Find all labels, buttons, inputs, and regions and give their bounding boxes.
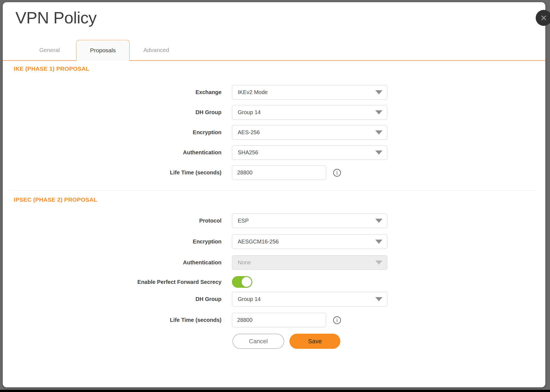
- ipsec-dh-group-selected-value: Group 14: [238, 296, 261, 302]
- ipsec-life-time-label: Life Time (seconds): [3, 317, 221, 323]
- tab-advanced-label: Advanced: [143, 47, 169, 53]
- encryption-selected-value: AES-256: [238, 129, 260, 136]
- dh-group-select[interactable]: Group 14: [232, 105, 387, 120]
- tab-general-label: General: [39, 47, 60, 53]
- ipsec-encryption-select[interactable]: AESGCM16-256: [232, 234, 387, 249]
- ipsec-encryption-row: Encryption AESGCM16-256: [3, 234, 545, 249]
- save-button[interactable]: Save: [289, 334, 340, 349]
- pfs-toggle-on[interactable]: [232, 276, 252, 288]
- section-divider: [10, 190, 537, 191]
- protocol-row: Protocol ESP: [3, 213, 545, 228]
- authentication-row: Authentication SHA256: [3, 145, 545, 160]
- info-icon[interactable]: i: [333, 316, 341, 324]
- chevron-down-icon: [375, 110, 382, 114]
- life-time-label: Life Time (seconds): [3, 169, 221, 176]
- dialog-footer: Cancel Save: [232, 334, 545, 349]
- cancel-button[interactable]: Cancel: [232, 334, 284, 349]
- ipsec-phase2-form: Protocol ESP Encryption AESGCM16-256 Aut…: [3, 213, 545, 327]
- dh-group-selected-value: Group 14: [238, 109, 261, 116]
- protocol-select[interactable]: ESP: [232, 213, 387, 228]
- close-icon: ✕: [540, 13, 547, 23]
- chevron-down-icon: [375, 240, 382, 244]
- exchange-selected-value: IKEv2 Mode: [238, 89, 268, 95]
- encryption-label: Encryption: [3, 129, 221, 136]
- encryption-row: Encryption AES-256: [3, 125, 545, 140]
- tab-proposals[interactable]: Proposals: [76, 40, 130, 61]
- exchange-row: Exchange IKEv2 Mode: [3, 85, 545, 100]
- info-icon[interactable]: i: [333, 169, 341, 177]
- vpn-policy-dialog: VPN Policy General Proposals Advanced IK…: [3, 2, 545, 387]
- ipsec-life-time-input[interactable]: [232, 313, 326, 327]
- chevron-down-icon: [375, 219, 382, 223]
- tab-general[interactable]: General: [23, 40, 76, 60]
- life-time-row: Life Time (seconds) i: [3, 165, 545, 180]
- encryption-select[interactable]: AES-256: [232, 125, 387, 140]
- protocol-selected-value: ESP: [238, 218, 249, 224]
- authentication-label: Authentication: [3, 149, 221, 156]
- dh-group-label: DH Group: [3, 109, 221, 116]
- authentication-select[interactable]: SHA256: [232, 145, 387, 160]
- close-button[interactable]: ✕: [536, 10, 550, 26]
- chevron-down-icon: [375, 261, 382, 265]
- ipsec-dh-group-select[interactable]: Group 14: [232, 292, 387, 306]
- protocol-label: Protocol: [3, 218, 221, 224]
- ipsec-phase2-heading: IPSEC (PHASE 2) PROPOSAL: [14, 196, 545, 203]
- exchange-select[interactable]: IKEv2 Mode: [232, 85, 387, 100]
- chevron-down-icon: [375, 150, 382, 155]
- screen-bottom-edge: [0, 390, 550, 392]
- ipsec-authentication-select-disabled: None: [232, 255, 387, 270]
- ipsec-authentication-label: Authentication: [3, 259, 221, 266]
- ipsec-authentication-row: Authentication None: [3, 255, 545, 270]
- ike-phase1-form: Exchange IKEv2 Mode DH Group Group 14 En…: [3, 85, 545, 180]
- tab-advanced[interactable]: Advanced: [130, 40, 183, 60]
- exchange-label: Exchange: [3, 89, 221, 95]
- chevron-down-icon: [375, 130, 382, 135]
- ipsec-life-time-row: Life Time (seconds) i: [3, 313, 545, 327]
- ipsec-dh-group-label: DH Group: [3, 296, 221, 302]
- page-title: VPN Policy: [15, 8, 545, 27]
- ipsec-encryption-label: Encryption: [3, 239, 221, 245]
- ipsec-authentication-selected-value: None: [238, 259, 251, 266]
- ike-phase1-heading: IKE (PHASE 1) PROPOSAL: [14, 65, 545, 72]
- tab-proposals-label: Proposals: [90, 47, 116, 54]
- life-time-input[interactable]: [232, 165, 326, 180]
- toggle-knob: [242, 277, 251, 287]
- chevron-down-icon: [375, 297, 382, 301]
- pfs-label: Enable Perfect Forward Secrecy: [3, 279, 221, 285]
- tab-bar: General Proposals Advanced: [3, 40, 545, 61]
- dh-group-row: DH Group Group 14: [3, 105, 545, 120]
- ipsec-dh-group-row: DH Group Group 14: [3, 292, 545, 306]
- ipsec-encryption-selected-value: AESGCM16-256: [238, 239, 279, 245]
- authentication-selected-value: SHA256: [238, 149, 258, 156]
- pfs-row: Enable Perfect Forward Secrecy: [3, 276, 545, 288]
- chevron-down-icon: [375, 90, 382, 94]
